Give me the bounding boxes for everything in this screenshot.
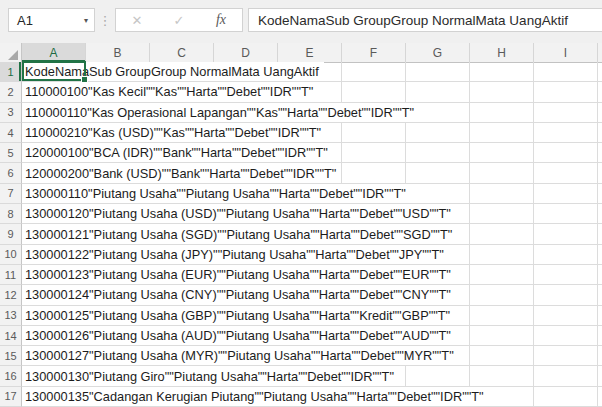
select-all-button[interactable] [0, 43, 22, 62]
row-header-5[interactable]: 5 [0, 143, 22, 163]
table-row: 11130000123"Piutang Usaha (EUR)""Piutang… [0, 265, 602, 285]
fill-handle[interactable] [81, 76, 88, 83]
separator-dots-icon: ⋮ [95, 8, 115, 32]
table-row: 3110000110"Kas Operasional Lapangan""Kas… [0, 103, 602, 123]
cell-text: 130000110"Piutang Usaha""Piutang Usaha""… [22, 184, 411, 203]
column-headers: ABCDEFGHI [0, 43, 602, 63]
formula-bar-strip: A1 ▾ ⋮ ✕ ✓ fx KodeNamaSub GroupGroup Nor… [0, 0, 602, 43]
column-header-B[interactable]: B [86, 43, 150, 62]
cell-text: 130000135"Cadangan Kerugian Piutang""Piu… [22, 387, 489, 406]
row-header-1[interactable]: 1 [0, 62, 22, 82]
insert-function-icon[interactable]: fx [200, 12, 242, 28]
row-header-14[interactable]: 14 [0, 326, 22, 346]
row-cells[interactable]: 130000130"Piutang Giro""Piutang Usaha""H… [22, 366, 602, 386]
row-cells[interactable]: 130000123"Piutang Usaha (EUR)""Piutang U… [22, 265, 602, 285]
table-row: 2110000100"Kas Kecil""Kas""Harta""Debet"… [0, 82, 602, 102]
row-header-4[interactable]: 4 [0, 123, 22, 143]
cell-text: 110000110"Kas Operasional Lapangan""Kas"… [22, 103, 419, 122]
table-row: 10130000122"Piutang Usaha (JPY)""Piutang… [0, 245, 602, 265]
table-row: 13130000125"Piutang Usaha (GBP)""Piutang… [0, 306, 602, 326]
row-cells[interactable]: 130000120"Piutang Usaha (USD)""Piutang U… [22, 204, 602, 224]
row-header-8[interactable]: 8 [0, 204, 22, 224]
spreadsheet-app: A1 ▾ ⋮ ✕ ✓ fx KodeNamaSub GroupGroup Nor… [0, 0, 602, 407]
row-cells[interactable]: 120000200"Bank (USD)""Bank""Harta""Debet… [22, 163, 602, 183]
column-header-H[interactable]: H [470, 43, 534, 62]
name-box[interactable]: A1 ▾ [8, 8, 95, 32]
row-cells[interactable]: 130000125"Piutang Usaha (GBP)""Piutang U… [22, 306, 602, 326]
column-header-E[interactable]: E [278, 43, 342, 62]
cell-text: 130000130"Piutang Giro""Piutang Usaha""H… [22, 366, 399, 385]
cell-text: 130000126"Piutang Usaha (AUD)""Piutang U… [22, 326, 456, 345]
row-cells[interactable]: 130000135"Cadangan Kerugian Piutang""Piu… [22, 387, 602, 407]
cell-text: 120000100"BCA (IDR)""Bank""Harta""Debet"… [22, 143, 333, 162]
column-header-G[interactable]: G [406, 43, 470, 62]
select-all-triangle-icon [8, 50, 18, 60]
row-cells[interactable]: 130000127"Piutang Usaha (MYR)""Piutang U… [22, 346, 602, 366]
row-header-3[interactable]: 3 [0, 103, 22, 123]
row-header-17[interactable]: 17 [0, 387, 22, 407]
formula-text: KodeNamaSub GroupGroup NormalMata UangAk… [258, 13, 568, 28]
formula-bar-input[interactable]: KodeNamaSub GroupGroup NormalMata UangAk… [248, 8, 602, 32]
cell-text: 130000121"Piutang Usaha (SGD)""Piutang U… [22, 224, 457, 243]
formula-buttons-group: ✕ ✓ fx [115, 8, 243, 32]
table-row: 9130000121"Piutang Usaha (SGD)""Piutang … [0, 224, 602, 244]
row-cells[interactable]: 120000100"BCA (IDR)""Bank""Harta""Debet"… [22, 143, 602, 163]
row-header-2[interactable]: 2 [0, 82, 22, 102]
cell-text: 110000210"Kas (USD)""Kas""Harta""Debet""… [22, 123, 326, 142]
name-box-value: A1 [17, 13, 33, 28]
row-cells[interactable]: 110000110"Kas Operasional Lapangan""Kas"… [22, 103, 602, 123]
column-header-C[interactable]: C [150, 43, 214, 62]
row-header-13[interactable]: 13 [0, 306, 22, 326]
row-cells[interactable]: 130000126"Piutang Usaha (AUD)""Piutang U… [22, 326, 602, 346]
row-cells[interactable]: 130000124"Piutang Usaha (CNY)""Piutang U… [22, 285, 602, 305]
chevron-down-icon[interactable]: ▾ [84, 16, 94, 25]
cancel-icon[interactable]: ✕ [116, 13, 158, 28]
cell-text: 130000124"Piutang Usaha (CNY)""Piutang U… [22, 285, 456, 304]
table-row: 4110000210"Kas (USD)""Kas""Harta""Debet"… [0, 123, 602, 143]
table-row: 12130000124"Piutang Usaha (CNY)""Piutang… [0, 285, 602, 305]
cell-text: 120000200"Bank (USD)""Bank""Harta""Debet… [22, 163, 341, 182]
column-header-I[interactable]: I [534, 43, 598, 62]
column-header-D[interactable]: D [214, 43, 278, 62]
table-row: 7130000110"Piutang Usaha""Piutang Usaha"… [0, 184, 602, 204]
table-row: 6120000200"Bank (USD)""Bank""Harta""Debe… [0, 163, 602, 183]
table-row: 15130000127"Piutang Usaha (MYR)""Piutang… [0, 346, 602, 366]
cell-text: KodeNamaSub GroupGroup NormalMata UangAk… [22, 62, 324, 81]
row-cells[interactable]: 130000122"Piutang Usaha (JPY)""Piutang U… [22, 245, 602, 265]
row-header-16[interactable]: 16 [0, 366, 22, 386]
cell-text: 130000122"Piutang Usaha (JPY)""Piutang U… [22, 245, 449, 264]
row-header-10[interactable]: 10 [0, 245, 22, 265]
row-header-7[interactable]: 7 [0, 184, 22, 204]
cell-text: 110000100"Kas Kecil""Kas""Harta""Debet""… [22, 82, 318, 101]
row-header-15[interactable]: 15 [0, 346, 22, 366]
table-row: 14130000126"Piutang Usaha (AUD)""Piutang… [0, 326, 602, 346]
row-cells[interactable]: 130000110"Piutang Usaha""Piutang Usaha""… [22, 184, 602, 204]
table-row: 1KodeNamaSub GroupGroup NormalMata UangA… [0, 62, 602, 82]
row-header-9[interactable]: 9 [0, 224, 22, 244]
cell-text: 130000125"Piutang Usaha (GBP)""Piutang U… [22, 306, 455, 325]
enter-icon[interactable]: ✓ [158, 13, 200, 28]
row-cells[interactable]: KodeNamaSub GroupGroup NormalMata UangAk… [22, 62, 602, 82]
table-row: 17130000135"Cadangan Kerugian Piutang""P… [0, 387, 602, 407]
row-header-6[interactable]: 6 [0, 163, 22, 183]
cell-text: 130000120"Piutang Usaha (USD)""Piutang U… [22, 204, 456, 223]
column-header-filler [598, 43, 602, 62]
row-cells[interactable]: 110000210"Kas (USD)""Kas""Harta""Debet""… [22, 123, 602, 143]
table-row: 8130000120"Piutang Usaha (USD)""Piutang … [0, 204, 602, 224]
row-header-11[interactable]: 11 [0, 265, 22, 285]
row-cells[interactable]: 130000121"Piutang Usaha (SGD)""Piutang U… [22, 224, 602, 244]
row-cells[interactable]: 110000100"Kas Kecil""Kas""Harta""Debet""… [22, 82, 602, 102]
worksheet-grid: 1KodeNamaSub GroupGroup NormalMata UangA… [0, 62, 602, 407]
table-row: 16130000130"Piutang Giro""Piutang Usaha"… [0, 366, 602, 386]
row-header-12[interactable]: 12 [0, 285, 22, 305]
table-row: 5120000100"BCA (IDR)""Bank""Harta""Debet… [0, 143, 602, 163]
column-header-A[interactable]: A [22, 43, 86, 62]
cell-text: 130000127"Piutang Usaha (MYR)""Piutang U… [22, 346, 459, 365]
cell-text: 130000123"Piutang Usaha (EUR)""Piutang U… [22, 265, 456, 284]
column-header-F[interactable]: F [342, 43, 406, 62]
